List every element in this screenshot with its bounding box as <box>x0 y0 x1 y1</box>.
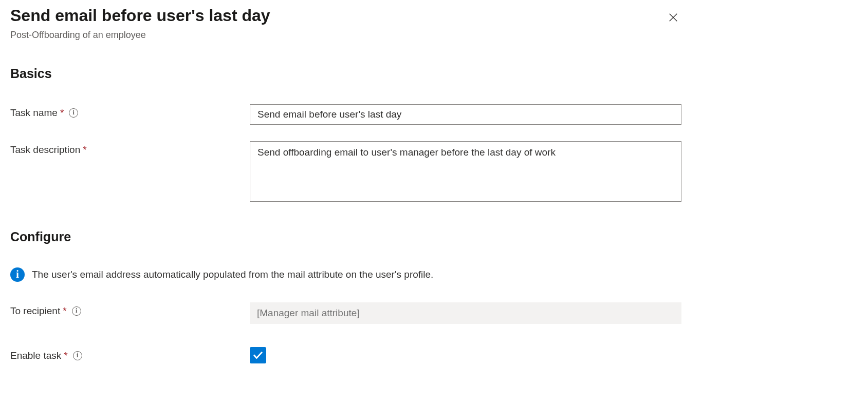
info-icon[interactable]: i <box>72 306 81 316</box>
checkmark-icon <box>252 350 264 361</box>
task-name-input[interactable] <box>250 104 681 125</box>
page-subtitle: Post-Offboarding of an employee <box>10 30 270 41</box>
task-description-input[interactable] <box>250 141 681 202</box>
task-description-label: Task description <box>10 144 80 156</box>
required-indicator: * <box>83 144 86 156</box>
page-title: Send email before user's last day <box>10 5 270 27</box>
info-message-text: The user's email address automatically p… <box>32 269 433 280</box>
to-recipient-label: To recipient <box>10 305 60 317</box>
task-name-label: Task name <box>10 107 58 119</box>
enable-task-label: Enable task <box>10 350 61 361</box>
configure-heading: Configure <box>10 229 858 244</box>
basics-heading: Basics <box>10 66 858 81</box>
info-icon: i <box>10 267 25 282</box>
close-icon <box>668 12 679 23</box>
required-indicator: * <box>63 305 66 317</box>
required-indicator: * <box>60 107 64 119</box>
required-indicator: * <box>64 350 67 361</box>
to-recipient-input <box>250 302 681 324</box>
info-icon[interactable]: i <box>73 351 82 360</box>
close-button[interactable] <box>663 8 683 27</box>
enable-task-checkbox[interactable] <box>250 347 266 363</box>
info-icon[interactable]: i <box>69 108 78 118</box>
